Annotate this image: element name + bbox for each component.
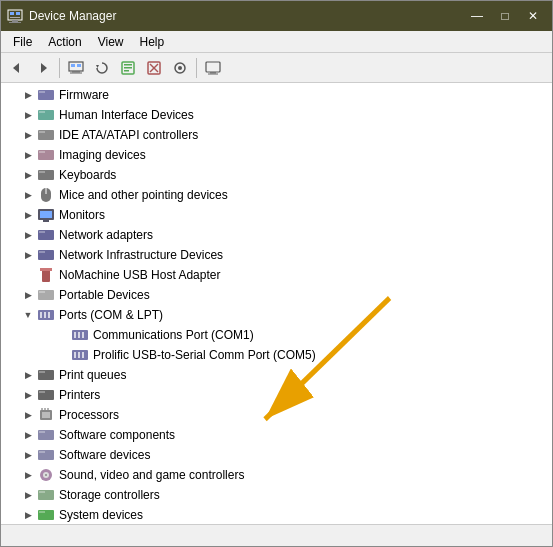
tree-item[interactable]: ▶Firmware bbox=[1, 85, 552, 105]
minimize-button[interactable]: — bbox=[464, 6, 490, 26]
svg-rect-9 bbox=[71, 64, 75, 67]
tree-item-label: Network Infrastructure Devices bbox=[59, 248, 223, 262]
tree-expander[interactable]: ▶ bbox=[21, 407, 35, 423]
tree-item[interactable]: ▶Printers bbox=[1, 385, 552, 405]
svg-rect-71 bbox=[39, 431, 45, 433]
tree-expander[interactable]: ▶ bbox=[21, 467, 35, 483]
tree-item[interactable]: ▶Portable Devices bbox=[1, 285, 552, 305]
svg-rect-2 bbox=[16, 12, 20, 15]
tree-expander[interactable]: ▶ bbox=[21, 87, 35, 103]
tree-item[interactable]: ▶Network Infrastructure Devices bbox=[1, 245, 552, 265]
print-icon bbox=[37, 387, 55, 403]
svg-rect-48 bbox=[39, 291, 45, 293]
window-title: Device Manager bbox=[29, 9, 116, 23]
tree-expander[interactable]: ▶ bbox=[21, 187, 35, 203]
tree-item-label: Human Interface Devices bbox=[59, 108, 194, 122]
tree-item[interactable]: ▶Monitors bbox=[1, 205, 552, 225]
tree-expander[interactable]: ▶ bbox=[21, 147, 35, 163]
tree-expander[interactable]: ▶ bbox=[21, 127, 35, 143]
svg-rect-40 bbox=[43, 220, 49, 222]
tree-expander[interactable]: ▶ bbox=[21, 287, 35, 303]
tree-expander[interactable]: ▶ bbox=[21, 487, 35, 503]
tree-item-label: Prolific USB-to-Serial Comm Port (COM5) bbox=[93, 348, 316, 362]
svg-rect-42 bbox=[39, 231, 45, 233]
tree-item[interactable]: ▼Ports (COM & LPT) bbox=[1, 305, 552, 325]
toolbar-separator-2 bbox=[196, 58, 197, 78]
scan-button[interactable] bbox=[168, 56, 192, 80]
menu-action[interactable]: Action bbox=[40, 33, 89, 51]
device-manager-window: Device Manager — □ ✕ File Action View He… bbox=[0, 0, 553, 547]
tree-item[interactable]: ▶Software components bbox=[1, 425, 552, 445]
tree-expander[interactable]: ▶ bbox=[21, 427, 35, 443]
menu-help[interactable]: Help bbox=[132, 33, 173, 51]
tree-item-label: Processors bbox=[59, 408, 119, 422]
tree-item[interactable]: ▶Network adapters bbox=[1, 225, 552, 245]
tree-expander[interactable]: ▶ bbox=[21, 247, 35, 263]
tree-expander[interactable]: ▶ bbox=[21, 447, 35, 463]
tree-item-label: Imaging devices bbox=[59, 148, 146, 162]
svg-rect-24 bbox=[210, 72, 216, 74]
cpu-icon bbox=[37, 407, 55, 423]
properties-button[interactable] bbox=[116, 56, 140, 80]
tree-item[interactable]: ▶System devices bbox=[1, 505, 552, 524]
tree-expander[interactable]: ▶ bbox=[21, 227, 35, 243]
tree-item-label: Sound, video and game controllers bbox=[59, 468, 244, 482]
tree-item[interactable]: ▶Human Interface Devices bbox=[1, 105, 552, 125]
menu-file[interactable]: File bbox=[5, 33, 40, 51]
refresh-button[interactable] bbox=[90, 56, 114, 80]
svg-rect-44 bbox=[39, 251, 45, 253]
tree-item[interactable]: ▶Sound, video and game controllers bbox=[1, 465, 552, 485]
svg-rect-33 bbox=[39, 151, 45, 153]
tree-item[interactable]: ▶Imaging devices bbox=[1, 145, 552, 165]
tree-expander[interactable]: ▶ bbox=[21, 507, 35, 523]
maximize-button[interactable]: □ bbox=[492, 6, 518, 26]
svg-rect-4 bbox=[12, 20, 18, 22]
svg-rect-31 bbox=[39, 131, 45, 133]
svg-rect-39 bbox=[40, 211, 52, 218]
svg-rect-3 bbox=[10, 17, 20, 18]
svg-rect-66 bbox=[42, 412, 50, 418]
svg-rect-52 bbox=[48, 312, 50, 318]
tree-expander[interactable]: ▶ bbox=[21, 107, 35, 123]
display-button[interactable] bbox=[201, 56, 225, 80]
tree-pane[interactable]: ▶Firmware▶Human Interface Devices▶IDE AT… bbox=[1, 83, 552, 524]
svg-rect-64 bbox=[39, 391, 45, 393]
close-button[interactable]: ✕ bbox=[520, 6, 546, 26]
svg-rect-78 bbox=[39, 491, 45, 493]
tree-item[interactable]: Communications Port (COM1) bbox=[1, 325, 552, 345]
tree-item[interactable]: ▶Print queues bbox=[1, 365, 552, 385]
tree-item[interactable]: Prolific USB-to-Serial Comm Port (COM5) bbox=[1, 345, 552, 365]
tree-expander[interactable]: ▼ bbox=[21, 307, 35, 323]
svg-rect-46 bbox=[40, 268, 52, 271]
tree-expander[interactable]: ▶ bbox=[21, 387, 35, 403]
tree-expander[interactable] bbox=[21, 267, 35, 283]
tree-item[interactable]: ▶Storage controllers bbox=[1, 485, 552, 505]
tree-item[interactable]: ▶Software devices bbox=[1, 445, 552, 465]
tree-expander[interactable] bbox=[55, 327, 69, 343]
tree-expander[interactable]: ▶ bbox=[21, 207, 35, 223]
title-bar-controls: — □ ✕ bbox=[464, 6, 546, 26]
tree-item-label: Firmware bbox=[59, 88, 109, 102]
computer-button[interactable] bbox=[64, 56, 88, 80]
tree-item[interactable]: ▶Mice and other pointing devices bbox=[1, 185, 552, 205]
menu-view[interactable]: View bbox=[90, 33, 132, 51]
tree-expander[interactable]: ▶ bbox=[21, 367, 35, 383]
print-icon bbox=[37, 367, 55, 383]
back-button[interactable] bbox=[5, 56, 29, 80]
svg-rect-23 bbox=[206, 62, 220, 72]
remove-button[interactable] bbox=[142, 56, 166, 80]
tree-expander[interactable] bbox=[55, 347, 69, 363]
tree-item[interactable]: ▶IDE ATA/ATAPI controllers bbox=[1, 125, 552, 145]
tree-item-label: Software components bbox=[59, 428, 175, 442]
forward-button[interactable] bbox=[31, 56, 55, 80]
menu-bar: File Action View Help bbox=[1, 31, 552, 53]
tree-item[interactable]: ▶Keyboards bbox=[1, 165, 552, 185]
svg-point-22 bbox=[178, 66, 182, 70]
img-icon bbox=[37, 147, 55, 163]
network-icon bbox=[37, 247, 55, 263]
tree-item[interactable]: ▶Processors bbox=[1, 405, 552, 425]
tree-expander[interactable]: ▶ bbox=[21, 167, 35, 183]
tree-item[interactable]: NoMachine USB Host Adapter bbox=[1, 265, 552, 285]
software-icon bbox=[37, 447, 55, 463]
toolbar-separator-1 bbox=[59, 58, 60, 78]
